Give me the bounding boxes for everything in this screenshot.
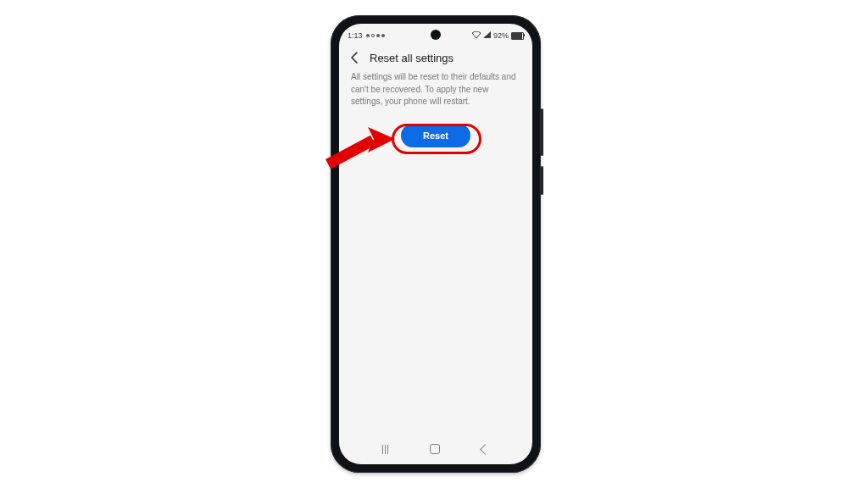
- battery-icon: [511, 32, 524, 40]
- status-bar-right: 92%: [472, 31, 524, 40]
- status-dot-icon: [376, 34, 380, 37]
- status-clock: 1:13: [348, 31, 363, 40]
- nav-back-icon[interactable]: [480, 444, 491, 455]
- status-ring-icon: [371, 34, 375, 37]
- phone-frame: 1:13 92%: [331, 15, 541, 473]
- navigation-bar: [339, 435, 532, 464]
- back-icon[interactable]: [348, 51, 361, 64]
- stage: 1:13 92%: [0, 0, 868, 488]
- status-bar-left: 1:13: [348, 31, 385, 40]
- app-bar: Reset all settings: [339, 46, 532, 71]
- status-notification-icons: [366, 34, 385, 37]
- battery-percent: 92%: [493, 31, 509, 40]
- power-button: [541, 166, 543, 195]
- phone-screen: 1:13 92%: [339, 24, 532, 464]
- status-dot-icon: [366, 34, 370, 37]
- camera-notch: [431, 30, 441, 40]
- reset-button-row: Reset: [339, 124, 532, 147]
- description-text: All settings will be reset to their defa…: [339, 71, 532, 108]
- signal-icon: [483, 31, 491, 40]
- nav-home-icon[interactable]: [430, 444, 440, 454]
- volume-button: [541, 108, 543, 156]
- status-dot-icon: [381, 34, 385, 37]
- wifi-icon: [472, 31, 481, 40]
- reset-button[interactable]: Reset: [401, 124, 470, 147]
- page-title: Reset all settings: [370, 52, 453, 64]
- nav-recents-icon[interactable]: [382, 445, 388, 454]
